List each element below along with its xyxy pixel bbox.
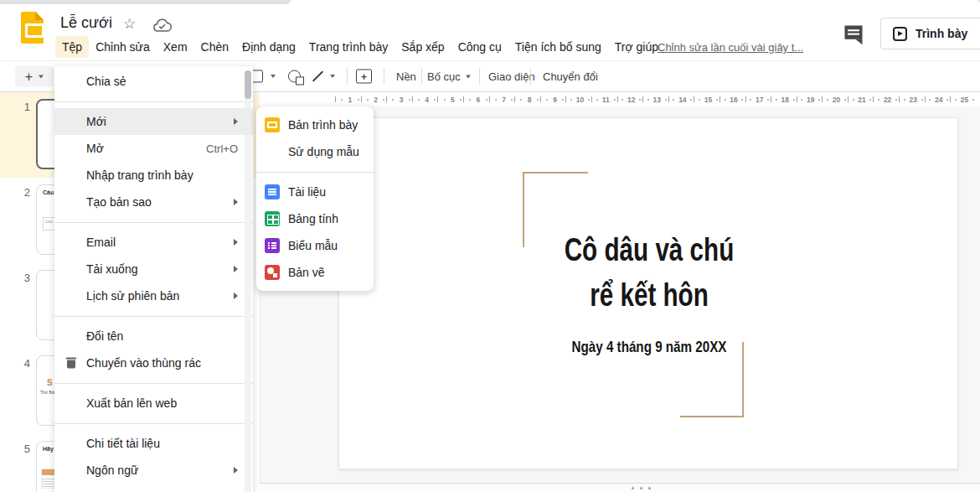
chevron-down-icon[interactable] — [330, 75, 335, 78]
menubar-item[interactable]: Chỉnh sửa — [89, 36, 157, 58]
ruler-minor-tick — [647, 99, 649, 101]
ruler-unit: 23 — [899, 96, 925, 104]
ruler-number: 17 — [756, 96, 763, 104]
new-slide-button[interactable]: + — [15, 66, 54, 87]
ruler-minor-tick — [367, 99, 369, 101]
thumbnail-text: S — [47, 378, 53, 387]
file-menu-item[interactable]: Đổi tên — [54, 323, 253, 350]
layout-button-label: Bố cục — [427, 70, 461, 83]
chevron-down-icon[interactable] — [271, 75, 276, 78]
ruler-number: 12 — [627, 96, 635, 104]
submenu-item[interactable]: Bản vẽ — [256, 259, 374, 286]
menubar-item[interactable]: Định dạng — [235, 36, 302, 58]
present-button[interactable]: Trình bày — [880, 18, 980, 49]
file-menu-item[interactable]: Tạo bản sao — [54, 189, 253, 215]
last-edit-link[interactable]: Chỉnh sửa lần cuối vài giây t... — [658, 41, 803, 54]
file-menu-item[interactable]: Chia sẻ — [54, 68, 253, 95]
ruler-number: 22 — [884, 96, 891, 104]
drag-handle-icon[interactable] — [632, 487, 651, 489]
file-menu-item[interactable]: Mở Ctrl+O — [54, 135, 253, 162]
submenu-item[interactable]: Bản trình bày — [256, 111, 374, 138]
menu-divider — [54, 222, 253, 223]
slide-title-textbox[interactable]: Cô dâu và chú rể kết hôn — [339, 227, 959, 318]
new-submenu: Bản trình bày Sử dụng mẫu Tài liệu Bảng … — [256, 106, 374, 291]
ruler-unit: 24 — [925, 96, 951, 104]
ruler-minor-tick — [614, 99, 616, 101]
menubar-item[interactable]: Xem — [157, 36, 194, 58]
add-comment-icon[interactable]: + — [356, 70, 372, 84]
ruler-minor-tick — [929, 99, 931, 101]
slide-number: 3 — [0, 270, 30, 349]
document-title[interactable]: Lễ cưới — [60, 14, 112, 32]
menubar-item[interactable]: Tiện ích bổ sung — [508, 36, 608, 58]
ruler-number: 18 — [781, 96, 789, 104]
star-icon[interactable]: ☆ — [123, 15, 136, 33]
thumbnail-text: Câu — [43, 189, 54, 195]
slide-canvas[interactable]: Cô dâu và chú rể kết hôn Ngày 4 tháng 9 … — [338, 117, 958, 469]
ruler-major-tick — [848, 96, 848, 102]
ruler-minor-tick — [955, 99, 957, 101]
play-icon — [893, 27, 907, 41]
ruler-number: 21 — [858, 96, 865, 104]
shapes-icon[interactable] — [288, 70, 301, 83]
menu-item-label: Ngôn ngữ — [86, 464, 234, 477]
submenu-item-label: Bảng tính — [288, 212, 338, 225]
slides-logo-icon[interactable] — [21, 12, 44, 44]
ruler-unit: 20 — [822, 96, 848, 104]
ruler-minor-tick — [972, 99, 974, 101]
slide-subtitle-textbox[interactable]: Ngày 4 tháng 9 năm 20XX — [401, 338, 897, 356]
background-button[interactable]: Nền — [389, 66, 423, 87]
menubar-item[interactable]: Trang trình bày — [302, 36, 395, 58]
submenu-item[interactable]: Bảng tính — [256, 205, 374, 232]
menubar-item[interactable]: Trợ giúp — [608, 36, 665, 58]
line-icon[interactable] — [312, 70, 323, 81]
ruler-unit: 22 — [873, 96, 899, 104]
ruler-number: 1 — [348, 96, 353, 104]
menubar-item[interactable]: Chèn — [194, 36, 235, 58]
ruler-unit: 6 — [463, 96, 489, 104]
ruler-minor-tick — [793, 99, 795, 101]
file-menu-item[interactable]: Lịch sử phiên bản — [54, 282, 253, 309]
menu-item-label: Xuất bản lên web — [86, 396, 238, 410]
ruler-major-tick — [489, 96, 490, 102]
ruler-number: 15 — [704, 96, 712, 104]
file-menu-item[interactable]: Email — [54, 229, 253, 256]
file-menu-item[interactable]: Nhập trang trình bày — [54, 162, 253, 189]
ruler-number: 23 — [909, 96, 916, 104]
ruler-minor-tick — [853, 99, 854, 101]
ruler-number: 11 — [602, 96, 610, 104]
file-menu-item[interactable]: Chi tiết tài liệu — [54, 430, 253, 457]
transition-button[interactable]: Chuyển đổi — [536, 66, 605, 87]
file-menu-item[interactable]: Tải xuống — [54, 256, 253, 282]
file-menu-item[interactable]: Ngôn ngữ — [54, 457, 253, 484]
menubar-item[interactable]: Công cụ — [451, 36, 508, 58]
google-slides-window: Lễ cưới ☆ Tệp Chỉnh sửa Xem Chèn Định dạ… — [0, 0, 980, 492]
slide-title-line2: rể kết hôn — [407, 272, 890, 318]
ruler-minor-tick — [725, 99, 726, 101]
slide-number: 1 — [0, 99, 30, 178]
menubar-item[interactable]: Tệp — [55, 36, 89, 58]
ruler-minor-tick — [495, 99, 497, 101]
submenu-item[interactable]: Sử dụng mẫu — [256, 138, 374, 165]
ruler-number: 9 — [553, 96, 557, 104]
ruler-minor-tick — [486, 99, 487, 101]
file-menu-item[interactable]: Xuất bản lên web — [54, 390, 253, 417]
submenu-item[interactable]: Biểu mẫu — [256, 232, 374, 259]
comments-button[interactable] — [842, 23, 865, 46]
file-menu-item[interactable]: Chuyển vào thùng rác — [54, 350, 253, 376]
chevron-down-icon — [39, 75, 44, 78]
chevron-down-icon — [466, 75, 471, 78]
menu-divider — [54, 423, 253, 424]
menubar-item[interactable]: Sắp xếp — [395, 36, 451, 58]
ruler-unit: 17 — [745, 96, 771, 104]
submenu-item-label: Bản vẽ — [288, 266, 325, 279]
submenu-item[interactable]: Tài liệu — [256, 179, 374, 205]
ruler-major-tick — [386, 96, 387, 102]
submenu-item-label: Bản trình bày — [288, 118, 358, 132]
ruler-number: 10 — [576, 96, 584, 104]
ruler-number: 13 — [653, 96, 661, 104]
theme-button[interactable]: Giao diện — [482, 66, 542, 87]
ruler-minor-tick — [673, 99, 674, 101]
file-menu-item[interactable]: Mới — [54, 108, 253, 135]
layout-button[interactable]: Bố cục — [427, 70, 471, 83]
